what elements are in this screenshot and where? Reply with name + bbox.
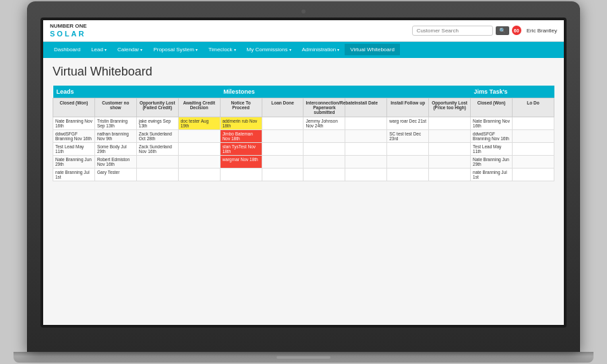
table-cell	[304, 168, 345, 181]
chevron-down-icon: ▾	[337, 47, 339, 52]
col-opp-lost: Opportunity Lost (Failed Credit)	[136, 98, 178, 117]
camera	[301, 9, 306, 13]
table-cell: addmerin rub Nov 18th	[220, 117, 262, 129]
table-row: ddwdSFGF Branning Nov 16thnathan brannin…	[53, 129, 554, 142]
user-name: Eric Brantley	[527, 28, 557, 34]
table-cell: ddwdSFGF Branning Nov 16th	[471, 129, 513, 142]
col-lo-do: Lo Do	[512, 98, 554, 117]
table-cell: Nate Branning Jun 29th	[53, 155, 95, 168]
table-cell	[387, 168, 429, 181]
table-cell	[387, 142, 429, 155]
col-interconnection: Interconnection/Rebate Paperwork submitt…	[304, 98, 345, 117]
col-notice: Notice To Proceed	[220, 98, 262, 117]
table-cell	[262, 117, 304, 129]
search-button[interactable]: 🔍	[496, 26, 509, 35]
table-cell	[136, 168, 178, 181]
table-cell: SC test test Dec 23rd	[387, 129, 429, 142]
table-cell	[429, 129, 471, 142]
table-cell: nathan branning Nov 9th	[94, 129, 136, 142]
col-closed-won: Closed (Won)	[53, 98, 95, 117]
table-cell: Test Lead May 11th	[471, 142, 513, 155]
whiteboard-table: Leads Milestones Jims Task's Closed (Won…	[53, 86, 554, 181]
table-cell	[262, 129, 304, 142]
table-cell: nate Branning Jul 1st	[471, 168, 513, 181]
chevron-down-icon: ▾	[289, 47, 291, 52]
table-cell	[136, 155, 178, 168]
table-row: Nate Branning Jun 29thRobert Edmiston No…	[53, 155, 554, 168]
table-cell	[512, 142, 554, 155]
table-cell: warg roar Dec 21st	[387, 117, 429, 129]
logo-line2: SOLAR	[50, 30, 87, 38]
table-cell	[512, 168, 554, 181]
notification-badge[interactable]: 60	[512, 26, 521, 35]
nav-whiteboard[interactable]: Virtual Whiteboard	[345, 44, 400, 55]
chevron-down-icon: ▾	[140, 47, 142, 52]
table-cell	[304, 142, 345, 155]
table-cell: wargmar Nov 18th	[220, 155, 262, 168]
table-cell	[387, 155, 429, 168]
table-cell: Robert Edmiston Nov 16th	[94, 155, 136, 168]
nav-calendar[interactable]: Calendar ▾	[112, 44, 148, 55]
table-row: nate Branning Jul 1stGary Testernate Bra…	[53, 168, 554, 181]
nav-proposal[interactable]: Proposal System ▾	[148, 44, 202, 55]
table-cell: Jemmy Johnson Nov 24th	[304, 117, 345, 129]
section-leads: Leads	[53, 86, 221, 98]
table-cell: Zack Sunderland Oct 28th	[136, 129, 178, 142]
table-cell: Nate Branning Nov 16th	[471, 117, 513, 129]
table-cell	[345, 129, 387, 142]
table-cell: doc tester Aug 19th	[178, 117, 220, 129]
nav-bar: Dashboard Lead ▾ Calendar ▾ Proposal Sys…	[43, 42, 564, 58]
table-row: Test Lead May 11thSome Body Jul 29thZack…	[53, 142, 554, 155]
table-cell	[178, 129, 220, 142]
table-cell: nate Branning Jul 1st	[53, 168, 95, 181]
table-cell	[345, 155, 387, 168]
table-cell: stan TysTest Nov 18th	[220, 142, 262, 155]
nav-administration[interactable]: Administration ▾	[297, 44, 345, 55]
table-cell: ddwdSFGF Branning Nov 16th	[53, 129, 95, 142]
table-cell	[220, 168, 262, 181]
nav-dashboard[interactable]: Dashboard	[49, 44, 86, 55]
table-cell	[512, 155, 554, 168]
table-cell: Zack Sunderland Nov 16th	[136, 142, 178, 155]
table-cell: Nate Branning Jun 29th	[471, 155, 513, 168]
chevron-down-icon: ▾	[234, 47, 236, 52]
table-row: Nate Branning Nov 16thTristin Branning S…	[53, 117, 554, 129]
col-awaiting: Awaiting Credit Decision	[178, 98, 220, 117]
col-install-follow: Install Follow up	[387, 98, 429, 117]
table-cell: Tristin Branning Sep 13th	[94, 117, 136, 129]
table-cell	[262, 168, 304, 181]
table-cell: Nate Branning Nov 16th	[53, 117, 95, 129]
main-content: Virtual Whiteboard Leads Milestones Jims…	[43, 58, 564, 325]
nav-commissions[interactable]: My Commissions ▾	[241, 44, 297, 55]
page-title: Virtual Whiteboard	[53, 65, 554, 79]
chevron-down-icon: ▾	[196, 47, 198, 52]
laptop-body: NUMBER ONE SOLAR 🔍 60 Eric Brantley Dash…	[27, 1, 580, 352]
nav-lead[interactable]: Lead ▾	[86, 44, 112, 55]
top-bar: NUMBER ONE SOLAR 🔍 60 Eric Brantley	[43, 20, 564, 42]
table-cell: Test Lead May 11th	[53, 142, 95, 155]
table-cell	[345, 142, 387, 155]
table-cell	[304, 129, 345, 142]
screen-bezel: NUMBER ONE SOLAR 🔍 60 Eric Brantley Dash…	[40, 18, 567, 328]
table-cell	[429, 155, 471, 168]
table-cell	[345, 168, 387, 181]
table-cell: Jimbo Bateman Nov 18th	[220, 129, 262, 142]
chevron-down-icon: ▾	[105, 47, 107, 52]
table-cell	[178, 142, 220, 155]
table-cell	[429, 117, 471, 129]
table-cell	[429, 142, 471, 155]
table-cell: Gary Tester	[94, 168, 136, 181]
table-cell	[429, 168, 471, 181]
table-cell: Some Body Jul 29th	[94, 142, 136, 155]
section-jims: Jims Task's	[471, 86, 554, 98]
table-cell	[512, 129, 554, 142]
screen: NUMBER ONE SOLAR 🔍 60 Eric Brantley Dash…	[43, 20, 564, 325]
trackpad	[277, 356, 330, 359]
search-bar: 🔍 60 Eric Brantley	[412, 26, 557, 36]
nav-timeclock[interactable]: Timeclock ▾	[203, 44, 241, 55]
logo-line1: NUMBER ONE	[50, 23, 87, 30]
table-cell	[512, 117, 554, 129]
search-input[interactable]	[412, 26, 493, 36]
col-loan-done: Loan Done	[262, 98, 304, 117]
section-milestones: Milestones	[220, 86, 470, 98]
